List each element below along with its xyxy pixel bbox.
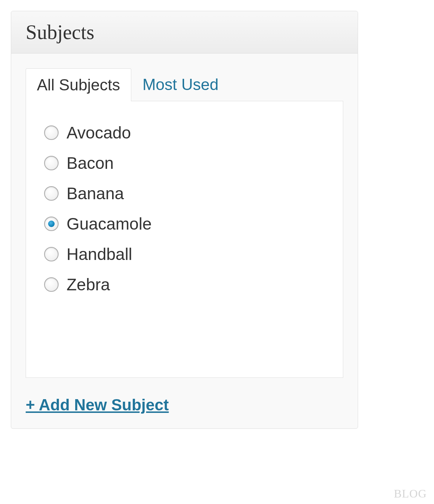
panel-title: Subjects bbox=[26, 21, 343, 44]
subject-radio-item[interactable]: Guacamole bbox=[44, 214, 325, 234]
tab-label: Most Used bbox=[142, 76, 218, 93]
add-new-subject-link[interactable]: + Add New Subject bbox=[26, 396, 169, 414]
radio-icon bbox=[44, 247, 59, 261]
subject-radio-item[interactable]: Bacon bbox=[44, 153, 325, 173]
subjects-radio-list: Avocado Bacon Banana Guacamole Handball bbox=[44, 123, 325, 294]
subject-radio-item[interactable]: Banana bbox=[44, 184, 325, 203]
panel-body: All Subjects Most Used Avocado Bacon Ban… bbox=[11, 54, 358, 428]
subject-label: Banana bbox=[67, 184, 124, 203]
panel-header: Subjects bbox=[11, 11, 358, 54]
radio-icon bbox=[44, 277, 59, 292]
subject-radio-item[interactable]: Handball bbox=[44, 244, 325, 264]
subject-label: Avocado bbox=[67, 123, 131, 142]
tab-content: Avocado Bacon Banana Guacamole Handball bbox=[26, 101, 343, 378]
tab-most-used[interactable]: Most Used bbox=[131, 68, 230, 101]
subject-label: Handball bbox=[67, 244, 132, 264]
radio-icon bbox=[44, 125, 59, 140]
subjects-panel: Subjects All Subjects Most Used Avocado … bbox=[11, 11, 358, 429]
subject-radio-item[interactable]: Avocado bbox=[44, 123, 325, 142]
radio-icon bbox=[44, 217, 59, 231]
tab-label: All Subjects bbox=[37, 76, 120, 94]
radio-icon bbox=[44, 186, 59, 201]
subject-label: Guacamole bbox=[67, 214, 152, 234]
tab-row: All Subjects Most Used bbox=[26, 68, 343, 101]
subject-radio-item[interactable]: Zebra bbox=[44, 275, 325, 294]
radio-icon bbox=[44, 156, 59, 170]
tab-all-subjects[interactable]: All Subjects bbox=[26, 68, 131, 101]
subject-label: Bacon bbox=[67, 153, 114, 173]
subject-label: Zebra bbox=[67, 275, 110, 294]
